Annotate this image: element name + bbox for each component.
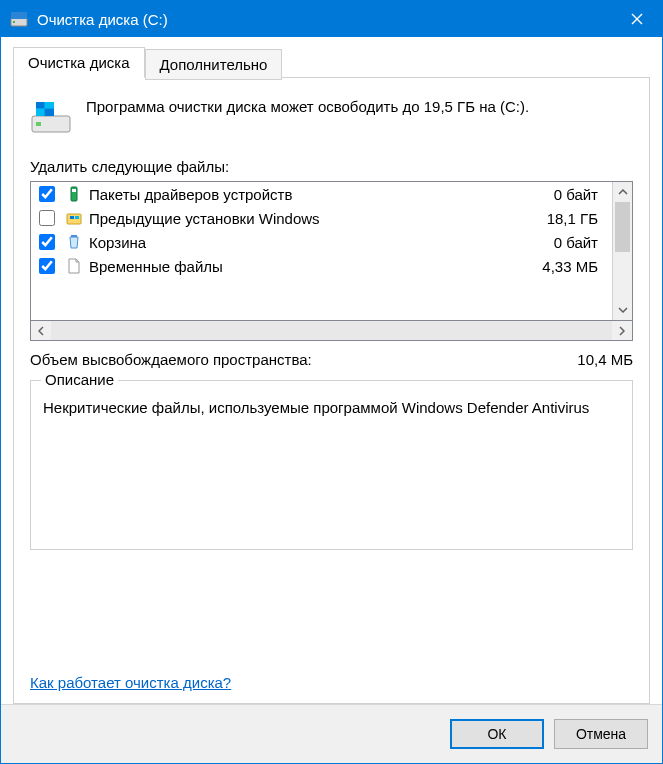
svg-rect-6 [36,122,41,126]
svg-rect-1 [11,12,27,19]
checkbox-temp-files[interactable] [39,258,55,274]
scroll-up-button[interactable] [613,182,632,202]
ok-button[interactable]: ОК [450,719,544,749]
file-size: 0 байт [554,234,606,251]
tab-content-cleanup: Программа очистки диска может освободить… [13,77,650,704]
drive-icon [30,96,72,138]
tab-strip: Очистка диска Дополнительно [13,47,650,78]
chevron-down-icon [618,307,628,313]
file-size: 4,33 МБ [542,258,606,275]
file-row-temp-files[interactable]: Временные файлы 4,33 МБ [31,254,612,278]
horizontal-scrollbar[interactable] [30,321,633,341]
chevron-up-icon [618,189,628,195]
scroll-left-button[interactable] [31,321,51,340]
svg-rect-11 [45,109,54,116]
chevron-left-icon [38,326,44,336]
file-icon [65,257,83,275]
tab-cleanup[interactable]: Очистка диска [13,47,145,78]
driver-icon [65,185,83,203]
file-name: Временные файлы [89,258,536,275]
file-size: 0 байт [554,186,606,203]
files-to-delete-label: Удалить следующие файлы: [30,158,633,175]
scroll-thumb[interactable] [615,202,630,252]
total-value: 10,4 МБ [577,351,633,368]
tab-advanced[interactable]: Дополнительно [145,49,283,80]
chevron-right-icon [619,326,625,336]
file-list-viewport[interactable]: Пакеты драйверов устройств 0 байт Предыд… [31,182,612,320]
dialog-button-row: ОК Отмена [1,704,662,763]
checkbox-driver-packages[interactable] [39,186,55,202]
client-area: Очистка диска Дополнительно Программ [1,37,662,704]
scroll-right-button[interactable] [612,321,632,340]
hscroll-track[interactable] [51,321,612,340]
cancel-button[interactable]: Отмена [554,719,648,749]
svg-rect-8 [36,102,44,108]
checkbox-previous-windows[interactable] [39,210,55,226]
description-text: Некритические файлы, используемые програ… [43,397,620,418]
svg-rect-13 [72,189,76,192]
description-legend: Описание [41,371,118,388]
close-button[interactable] [612,1,662,37]
recycle-bin-icon [65,233,83,251]
disk-cleanup-window: Очистка диска (C:) Очистка диска Дополни… [0,0,663,764]
file-name: Предыдущие установки Windows [89,210,541,227]
help-link[interactable]: Как работает очистка диска? [30,674,633,691]
scroll-down-button[interactable] [613,300,632,320]
file-size: 18,1 ГБ [547,210,606,227]
svg-rect-2 [13,21,15,23]
vertical-scrollbar[interactable] [612,182,632,320]
close-icon [631,13,643,25]
svg-rect-9 [45,102,54,108]
svg-rect-17 [71,235,77,237]
total-label: Объем высвобождаемого пространства: [30,351,312,368]
file-row-driver-packages[interactable]: Пакеты драйверов устройств 0 байт [31,182,612,206]
file-name: Пакеты драйверов устройств [89,186,548,203]
file-row-recycle-bin[interactable]: Корзина 0 байт [31,230,612,254]
svg-rect-16 [75,216,79,219]
intro-row: Программа очистки диска может освободить… [30,96,633,138]
file-name: Корзина [89,234,548,251]
windows-folder-icon [65,209,83,227]
svg-rect-15 [70,216,74,219]
svg-rect-10 [36,109,44,116]
scroll-track[interactable] [613,202,632,300]
titlebar[interactable]: Очистка диска (C:) [1,1,662,37]
description-group: Описание Некритические файлы, используем… [30,380,633,550]
intro-text: Программа очистки диска может освободить… [86,96,529,138]
disk-cleanup-icon [9,9,29,29]
window-title: Очистка диска (C:) [37,11,612,28]
total-row: Объем высвобождаемого пространства: 10,4… [30,351,633,368]
checkbox-recycle-bin[interactable] [39,234,55,250]
file-list: Пакеты драйверов устройств 0 байт Предыд… [30,181,633,321]
file-row-previous-windows[interactable]: Предыдущие установки Windows 18,1 ГБ [31,206,612,230]
